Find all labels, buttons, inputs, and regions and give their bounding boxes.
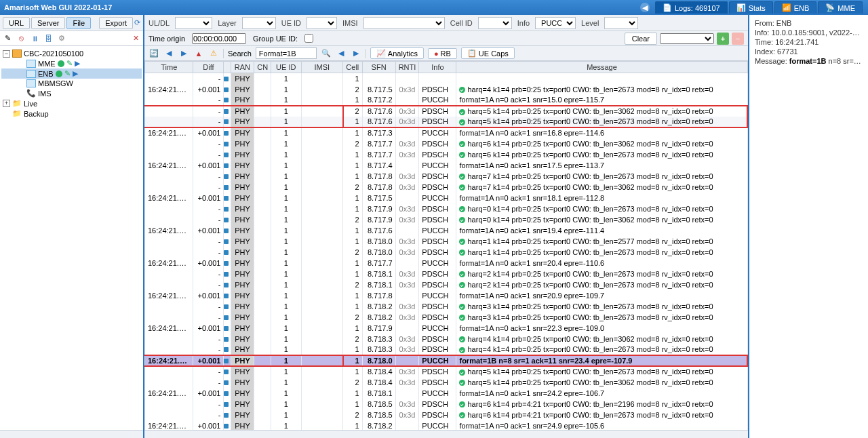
table-row[interactable]: -PHY118.717.90x3dPDSCHharq=0 k1=4 prb=0:…: [145, 203, 748, 214]
tree-mbmsgw[interactable]: MBMSGW: [1, 79, 142, 88]
table-row[interactable]: -PHY11: [145, 73, 748, 84]
table-row[interactable]: -PHY118.718.20x3dPDSCHharq=3 k1=4 prb=0:…: [145, 301, 748, 312]
stop-icon[interactable]: ⦸: [16, 34, 26, 43]
table-row[interactable]: 16:24:21.734+0.001PHY118.717.3PUCCHforma…: [145, 127, 748, 138]
tab-logs[interactable]: 📄Logs: 469107: [655, 1, 728, 14]
remove-button[interactable]: −: [732, 33, 744, 45]
edit-icon[interactable]: ✎: [64, 69, 71, 78]
col-Info[interactable]: Info: [419, 62, 456, 73]
col-Cell[interactable]: Cell: [343, 62, 363, 73]
col-RNTI[interactable]: RNTI: [395, 62, 419, 73]
binoculars-icon[interactable]: 🔍: [321, 48, 332, 59]
search-next-icon[interactable]: ▶: [351, 48, 361, 59]
table-row[interactable]: 16:24:21.740+0.001PHY118.717.9PUCCHforma…: [145, 323, 748, 334]
col-Diff[interactable]: Diff: [193, 62, 224, 73]
table-row[interactable]: -PHY128.718.50x3dPDSCHharq=6 k1=4 prb=4:…: [145, 410, 748, 420]
tree-live[interactable]: +📁Live: [1, 98, 142, 108]
table-row[interactable]: -PHY128.718.10x3dPDSCHharq=2 k1=4 prb=0:…: [145, 279, 748, 290]
table-row[interactable]: -PHY128.717.80x3dPDSCHharq=7 k1=4 prb=0:…: [145, 182, 748, 193]
rb-button[interactable]: ●RB: [428, 48, 457, 59]
table-row[interactable]: -PHY128.718.00x3dPDSCHharq=1 k1=4 prb=0:…: [145, 247, 748, 258]
sidebar-scrollbar[interactable]: [0, 430, 143, 438]
expander-icon[interactable]: −: [3, 50, 10, 58]
close-icon[interactable]: ✕: [131, 34, 140, 43]
table-row[interactable]: 16:24:21.741+0.001PHY118.718.0PUCCHforma…: [145, 355, 748, 366]
play-icon[interactable]: ▶: [73, 69, 78, 78]
table-row[interactable]: 16:24:21.743+0.001PHY118.718.2PUCCHforma…: [145, 420, 748, 431]
db-icon[interactable]: 🗄: [43, 34, 53, 43]
pause-icon[interactable]: ⏸: [30, 34, 39, 43]
table-row[interactable]: -PHY128.718.40x3dPDSCHharq=5 k1=4 prb=0:…: [145, 377, 748, 388]
tree-backup[interactable]: 📁Backup: [1, 108, 142, 119]
file-button[interactable]: File: [66, 17, 91, 29]
clear-select[interactable]: [660, 33, 714, 44]
col-Message[interactable]: Message: [456, 62, 747, 73]
settings-icon[interactable]: ⚙: [57, 34, 66, 43]
level-select[interactable]: [604, 17, 638, 29]
table-row[interactable]: -PHY118.717.60x3dPDSCHharq=5 k1=4 prb=0:…: [145, 117, 748, 127]
layer-select[interactable]: [242, 17, 276, 29]
tree-root[interactable]: −CBC-2021050100: [1, 49, 142, 58]
table-row[interactable]: 16:24:21.735+0.001PHY118.717.4PUCCHforma…: [145, 160, 748, 171]
table-row[interactable]: -PHY128.718.20x3dPDSCHharq=3 k1=4 prb=0:…: [145, 312, 748, 323]
table-row[interactable]: 16:24:21.738+0.001PHY118.717.7PUCCHforma…: [145, 258, 748, 268]
search-input[interactable]: [256, 47, 317, 59]
edit-icon[interactable]: ✎: [66, 59, 73, 68]
uldl-select[interactable]: [175, 17, 212, 29]
table-row[interactable]: -PHY118.718.50x3dPDSCHharq=6 k1=4 prb=4:…: [145, 399, 748, 410]
tree-ims[interactable]: 📞IMS: [1, 88, 142, 98]
info-select[interactable]: PUCCH, PI: [535, 17, 576, 29]
url-button[interactable]: URL: [3, 17, 30, 29]
expander-icon[interactable]: +: [3, 100, 10, 107]
table-row[interactable]: 16:24:21.739+0.001PHY118.717.8PUCCHforma…: [145, 290, 748, 301]
tab-enb[interactable]: 📶ENB: [774, 1, 817, 14]
ueid-select[interactable]: [307, 17, 337, 29]
tree-mme[interactable]: MME✎▶: [1, 58, 142, 68]
tab-stats[interactable]: 📊Stats: [729, 1, 773, 14]
cursor-icon[interactable]: ✎: [3, 34, 12, 43]
sidebar-collapse-button[interactable]: ◀: [640, 3, 650, 12]
table-row[interactable]: -PHY128.718.30x3dPDSCHharq=4 k1=4 prb=0:…: [145, 334, 748, 344]
col-SFN[interactable]: SFN: [362, 62, 395, 73]
analytics-button[interactable]: 📈Analytics: [370, 47, 424, 59]
table-row[interactable]: -PHY128.717.60x3dPDSCHharq=5 k1=4 prb=0:…: [145, 106, 748, 117]
warn-icon[interactable]: ▲: [193, 48, 204, 59]
table-row[interactable]: 16:24:21.733+0.001PHY128.717.50x3dPDSCHh…: [145, 84, 748, 95]
refresh-icon[interactable]: 🔄: [149, 48, 159, 59]
tab-mme[interactable]: 📡MME: [818, 1, 863, 14]
table-row[interactable]: 16:24:21.736+0.001PHY118.717.5PUCCHforma…: [145, 193, 748, 203]
col-IMSI[interactable]: IMSI: [301, 62, 342, 73]
table-row[interactable]: -PHY118.717.70x3dPDSCHharq=6 k1=4 prb=0:…: [145, 149, 748, 160]
table-row[interactable]: -PHY118.718.30x3dPDSCHharq=4 k1=4 prb=0:…: [145, 344, 748, 355]
alert-icon[interactable]: ⚠: [208, 48, 219, 59]
server-button[interactable]: Server: [31, 17, 65, 29]
groupue-checkbox[interactable]: [304, 34, 313, 43]
refresh-icon[interactable]: ⟳: [134, 18, 140, 27]
table-row[interactable]: 16:24:21.742+0.001PHY118.718.1PUCCHforma…: [145, 388, 748, 399]
col-UE ID[interactable]: UE ID: [271, 62, 301, 73]
imsi-select[interactable]: [363, 17, 445, 29]
table-row[interactable]: 16:24:21.737+0.001PHY118.717.6PUCCHforma…: [145, 225, 748, 236]
time-origin-input[interactable]: [192, 33, 246, 44]
table-row[interactable]: -PHY118.718.00x3dPDSCHharq=1 k1=4 prb=0:…: [145, 236, 748, 247]
main-scrollbar[interactable]: [144, 430, 748, 438]
table-row[interactable]: -PHY118.717.80x3dPDSCHharq=7 k1=4 prb=0:…: [145, 171, 748, 182]
add-button[interactable]: +: [717, 33, 729, 45]
next-icon[interactable]: ▶: [178, 48, 189, 59]
table-row[interactable]: -PHY128.717.90x3dPDSCHharq=0 k1=4 prb=0:…: [145, 214, 748, 225]
table-row[interactable]: -PHY128.717.70x3dPDSCHharq=6 k1=4 prb=0:…: [145, 138, 748, 149]
col-RAN[interactable]: RAN: [231, 62, 254, 73]
cellid-select[interactable]: [478, 17, 512, 29]
col-Time[interactable]: Time: [145, 62, 193, 73]
prev-icon[interactable]: ◀: [163, 48, 174, 59]
export-button[interactable]: Export: [99, 17, 133, 29]
col-dir[interactable]: [224, 62, 231, 73]
col-CN[interactable]: CN: [254, 62, 271, 73]
table-row[interactable]: -PHY118.718.40x3dPDSCHharq=5 k1=4 prb=0:…: [145, 366, 748, 377]
play-icon[interactable]: ▶: [75, 59, 80, 68]
table-row[interactable]: -PHY118.717.2PUCCHformat=1A n=0 ack=1 sn…: [145, 95, 748, 106]
table-row[interactable]: -PHY118.718.10x3dPDSCHharq=2 k1=4 prb=0:…: [145, 268, 748, 279]
uecaps-button[interactable]: 📋UE Caps: [461, 47, 515, 59]
search-prev-icon[interactable]: ◀: [336, 48, 347, 59]
tree-enb[interactable]: ENB✎▶: [1, 68, 142, 79]
